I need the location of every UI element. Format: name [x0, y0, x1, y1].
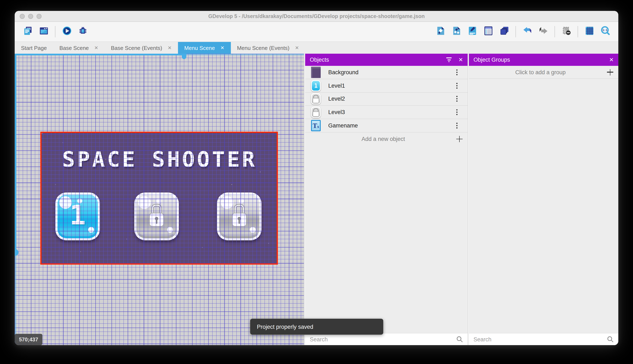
object-groups-panel-header: Object Groups: [469, 54, 618, 66]
level1-thumbnail: [311, 80, 321, 91]
close-icon: [609, 57, 614, 62]
search-icon: [607, 336, 614, 342]
plus-icon[interactable]: [607, 69, 613, 75]
plus-icon[interactable]: [456, 136, 463, 142]
zoom-ratio-label: 1:1: [602, 28, 607, 32]
scene-window-icon: [39, 26, 49, 37]
tab-close-icon[interactable]: [220, 45, 224, 51]
groups-search-bar: [469, 333, 618, 345]
add-object-label: Add a new object: [310, 136, 456, 142]
open-instances-list-button[interactable]: [483, 26, 494, 37]
objects-panel-header: Objects: [305, 54, 468, 66]
zoom-icon: 1:1: [600, 26, 610, 37]
scene-title-text-object[interactable]: SPACE SHOOTER: [50, 147, 269, 172]
object-name-label: Gamename: [328, 122, 456, 129]
object-menu-icon[interactable]: [456, 72, 458, 73]
toggle-window-mask-icon: [561, 26, 571, 37]
vertical-scrollbar[interactable]: [15, 54, 16, 345]
filter-objects-button[interactable]: [446, 58, 452, 62]
objects-search-bar: [305, 333, 468, 345]
scene-stars-decoration: [42, 133, 42, 134]
object-menu-icon[interactable]: [456, 85, 458, 86]
redo-icon: [538, 26, 548, 37]
object-menu-icon[interactable]: [456, 125, 458, 126]
horizontal-scrollbar[interactable]: [15, 54, 304, 55]
object-menu-icon[interactable]: [456, 98, 458, 100]
tab-base-scene[interactable]: Base Scene: [53, 42, 105, 54]
toggle-grid-button[interactable]: [584, 26, 595, 37]
app-window: GDevelop 5 - /Users/dkarakay/Documents/G…: [15, 11, 618, 345]
zoom-button[interactable]: 1:1: [600, 26, 611, 37]
button-highlight-dot: [167, 227, 173, 233]
level-2-button-instance[interactable]: [134, 192, 179, 240]
groups-search-input[interactable]: [473, 336, 607, 342]
add-group-row[interactable]: Click to add a group: [469, 66, 618, 79]
level-3-button-instance[interactable]: [217, 192, 261, 240]
object-row-level3[interactable]: Level3: [305, 106, 468, 119]
object-row-background[interactable]: Background: [305, 66, 468, 79]
project-manager-button[interactable]: [22, 26, 33, 37]
debug-button[interactable]: [77, 26, 88, 37]
close-icon: [458, 57, 463, 62]
tab-label: Base Scene: [59, 45, 89, 51]
tab-close-icon[interactable]: [295, 45, 299, 51]
object-groups-editor-icon: [451, 26, 461, 37]
button-highlight: [138, 196, 151, 209]
tab-menu-scene-events[interactable]: Menu Scene (Events): [231, 42, 305, 54]
object-name-label: Background: [328, 69, 456, 76]
objects-list: BackgroundLevel1Level2Level3Gamename: [305, 66, 468, 132]
horizontal-scrollbar-marker[interactable]: [182, 54, 186, 59]
open-object-groups-editor-button[interactable]: [451, 26, 462, 37]
tab-label: Menu Scene: [184, 45, 215, 51]
background-thumbnail: [311, 67, 321, 78]
object-menu-icon[interactable]: [456, 112, 458, 113]
open-properties-button[interactable]: [467, 26, 478, 37]
preview-button[interactable]: [61, 26, 72, 37]
window-title: GDevelop 5 - /Users/dkarakay/Documents/G…: [15, 11, 618, 22]
main-toolbar: 1:1: [15, 22, 618, 42]
button-highlight: [59, 196, 72, 209]
open-scene-window-button[interactable]: [38, 26, 49, 37]
toolbar-divider: [554, 26, 555, 37]
object-name-label: Level3: [328, 109, 456, 116]
open-objects-editor-button[interactable]: [435, 26, 446, 37]
filter-icon: [446, 58, 452, 62]
objects-panel-title: Objects: [310, 56, 440, 63]
object-row-level1[interactable]: Level1: [305, 79, 468, 93]
add-object-row[interactable]: Add a new object: [305, 132, 468, 146]
level-1-button-instance[interactable]: 1: [55, 192, 100, 240]
objects-panel: Objects BackgroundLevel1Level2Level3Game…: [305, 54, 468, 345]
open-layers-editor-button[interactable]: [498, 26, 510, 37]
object-groups-panel: Object Groups Click to add a group: [469, 54, 618, 345]
game-scene-preview[interactable]: SPACE SHOOTER 1: [42, 133, 277, 263]
toolbar-divider: [578, 26, 578, 37]
grid-icon: [584, 26, 594, 37]
vertical-scrollbar-marker[interactable]: [15, 249, 19, 256]
tab-close-icon[interactable]: [168, 45, 172, 51]
project-manager-icon: [23, 26, 33, 37]
preview-play-icon: [62, 26, 72, 37]
properties-icon: [467, 26, 477, 37]
instances-list-icon: [483, 26, 493, 37]
button-highlight: [221, 196, 233, 209]
object-groups-panel-title: Object Groups: [473, 56, 602, 63]
close-objects-panel-button[interactable]: [458, 57, 463, 62]
add-group-label: Click to add a group: [474, 69, 607, 75]
layers-editor-icon: [499, 26, 509, 37]
object-row-gamename[interactable]: Gamename: [305, 119, 468, 132]
title-bar: GDevelop 5 - /Users/dkarakay/Documents/G…: [15, 11, 618, 22]
tab-close-icon[interactable]: [94, 45, 98, 51]
text-object-thumbnail: [311, 120, 321, 131]
undo-icon: [522, 26, 532, 37]
undo-button[interactable]: [522, 26, 533, 37]
scene-editor-canvas[interactable]: SPACE SHOOTER 1 570;437: [15, 54, 304, 345]
objects-search-input[interactable]: [310, 336, 456, 342]
toggle-window-mask-button[interactable]: [561, 26, 572, 37]
tab-menu-scene[interactable]: Menu Scene: [178, 42, 231, 54]
toolbar-divider: [55, 26, 55, 37]
object-row-level2[interactable]: Level2: [305, 92, 468, 106]
tab-base-scene-events[interactable]: Base Scene (Events): [105, 42, 178, 54]
redo-button[interactable]: [537, 26, 549, 37]
tab-start-page[interactable]: Start Page: [15, 42, 53, 54]
close-object-groups-panel-button[interactable]: [609, 57, 614, 62]
